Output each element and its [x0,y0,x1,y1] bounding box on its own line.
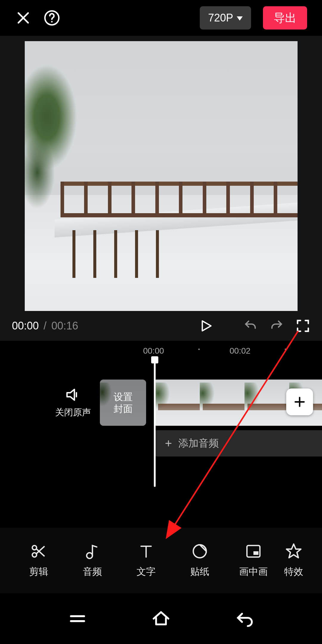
tool-label: 特效 [284,565,303,578]
app-root: 720P 导出 00:00 / 00:16 [0,0,322,644]
timeline-ruler[interactable]: 00:00 00:02 [0,344,322,359]
tool-label: 文字 [137,565,156,578]
video-preview[interactable] [25,41,298,311]
scissors-icon [30,543,47,560]
resolution-selector[interactable]: 720P [200,6,251,30]
timeline-zone: 00:00 00:02 关闭原声 设置 封面 [0,341,322,487]
tool-edit[interactable]: 剪辑 [12,543,66,578]
export-label: 导出 [274,10,296,26]
ruler-dot [198,349,200,350]
track-left-controls: 关闭原声 设置 封面 [0,380,155,426]
help-button[interactable] [44,10,60,26]
undo-redo-group [243,319,284,333]
close-button[interactable] [15,10,32,26]
tool-label: 画中画 [239,565,268,578]
svg-marker-21 [287,544,301,558]
undo-button[interactable] [243,319,258,333]
total-time: 00:16 [51,320,78,332]
tool-sticker[interactable]: 贴纸 [173,543,227,578]
tool-text[interactable]: 文字 [119,543,173,578]
resolution-label: 720P [208,12,233,24]
star-icon [285,543,302,560]
plus-icon [164,439,173,448]
redo-button[interactable] [270,319,284,333]
tool-label: 剪辑 [29,565,48,578]
ruler-dot [285,349,286,350]
time-separator: / [44,320,47,332]
preview-container [0,36,322,311]
preview-railing [61,182,298,217]
play-button[interactable] [199,318,213,333]
fullscreen-button[interactable] [296,319,310,333]
nav-home-button[interactable] [151,609,171,628]
current-time: 00:00 [12,320,39,332]
preview-legs [72,230,222,278]
export-button[interactable]: 导出 [263,6,307,30]
ruler-tick: 00:00 [143,346,164,356]
tool-label: 音频 [83,565,102,578]
text-icon [137,543,155,560]
cover-label: 设置 封面 [114,391,133,415]
header-bar: 720P 导出 [0,0,322,36]
tool-pip[interactable]: 画中画 [227,543,280,578]
empty-space [0,487,322,528]
chevron-down-icon [237,16,243,21]
speaker-icon [65,387,81,403]
mute-original-button[interactable]: 关闭原声 [55,387,91,419]
sticker-icon [191,543,208,560]
mute-label: 关闭原声 [55,406,91,419]
svg-rect-20 [253,551,258,555]
music-note-icon [84,543,101,560]
tool-effects[interactable]: 特效 [277,543,310,578]
playback-bar: 00:00 / 00:16 [0,311,322,341]
bottom-toolbar: 剪辑 音频 文字 贴纸 画中画 特效 [0,528,322,593]
add-clip-button[interactable] [286,388,313,415]
set-cover-button[interactable]: 设置 封面 [100,380,146,426]
clip-thumbnail [200,380,244,426]
nav-back-button[interactable] [235,609,254,628]
add-audio-label: 添加音频 [178,436,219,450]
tool-audio[interactable]: 音频 [66,543,119,578]
back-icon [235,609,254,628]
svg-marker-4 [202,321,211,331]
nav-menu-button[interactable] [68,609,87,628]
ruler-tick: 00:02 [230,346,250,356]
time-display: 00:00 / 00:16 [12,320,78,332]
svg-point-3 [51,21,52,22]
clip-thumbnail [244,380,289,426]
plus-icon [293,395,306,408]
menu-icon [68,609,87,628]
svg-point-15 [87,553,92,558]
clip-thumbnail [155,380,200,426]
home-icon [151,609,171,628]
tool-label: 贴纸 [190,565,209,578]
svg-marker-5 [67,389,75,400]
add-audio-track[interactable]: 添加音频 [155,430,322,456]
playhead[interactable] [154,359,156,487]
system-nav-bar [0,593,322,644]
picture-in-picture-icon [245,543,262,560]
tracks-area: 关闭原声 设置 封面 添加音频 [0,359,322,487]
